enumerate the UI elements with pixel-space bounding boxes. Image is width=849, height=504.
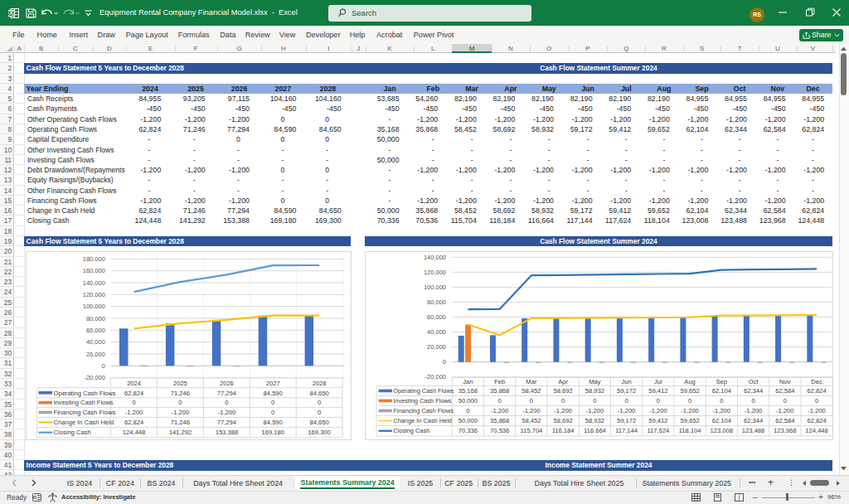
svg-text:180,000: 180,000 xyxy=(83,255,105,263)
svg-text:80,000: 80,000 xyxy=(427,298,446,306)
svg-text:0: 0 xyxy=(318,409,321,416)
svg-text:-1,200: -1,200 xyxy=(649,407,667,414)
svg-text:62,584: 62,584 xyxy=(775,387,794,395)
svg-text:0: 0 xyxy=(442,358,445,366)
svg-text:80,000: 80,000 xyxy=(86,315,105,322)
svg-text:0: 0 xyxy=(271,399,274,406)
svg-text:59,172: 59,172 xyxy=(616,387,635,395)
svg-text:58,692: 58,692 xyxy=(553,417,572,424)
svg-text:0: 0 xyxy=(132,399,135,406)
svg-text:0: 0 xyxy=(593,397,596,405)
svg-text:0: 0 xyxy=(814,397,817,405)
svg-text:117,144: 117,144 xyxy=(615,427,638,434)
svg-text:-1,200: -1,200 xyxy=(125,409,143,416)
svg-text:2027: 2027 xyxy=(266,380,280,387)
svg-text:71,246: 71,246 xyxy=(171,419,190,426)
svg-text:0: 0 xyxy=(102,362,105,370)
svg-text:84,650: 84,650 xyxy=(309,390,328,397)
svg-text:0: 0 xyxy=(656,397,659,405)
svg-text:116,664: 116,664 xyxy=(583,427,605,434)
svg-text:-1,200: -1,200 xyxy=(712,407,730,414)
svg-text:62,344: 62,344 xyxy=(743,387,762,395)
svg-text:Mar: Mar xyxy=(526,378,537,385)
svg-text:120,000: 120,000 xyxy=(423,269,445,276)
svg-text:160,000: 160,000 xyxy=(83,267,105,274)
svg-text:71,246: 71,246 xyxy=(171,390,190,397)
svg-text:Operating Cash Flows: Operating Cash Flows xyxy=(393,387,454,395)
svg-text:62,584: 62,584 xyxy=(775,417,794,424)
svg-text:Feb: Feb xyxy=(494,378,505,385)
svg-text:-1,200: -1,200 xyxy=(490,407,508,414)
svg-text:169,180: 169,180 xyxy=(261,429,284,436)
svg-text:153,388: 153,388 xyxy=(216,429,238,436)
svg-text:Apr: Apr xyxy=(558,378,568,385)
svg-text:124,448: 124,448 xyxy=(805,427,827,434)
svg-text:0: 0 xyxy=(466,407,469,414)
svg-text:Closing Cash: Closing Cash xyxy=(393,427,429,434)
svg-text:50,000: 50,000 xyxy=(458,417,477,424)
svg-text:35,868: 35,868 xyxy=(490,387,509,395)
svg-text:-1,200: -1,200 xyxy=(585,407,604,414)
svg-text:-1,200: -1,200 xyxy=(808,407,826,414)
svg-text:84,590: 84,590 xyxy=(264,419,283,426)
svg-text:84,590: 84,590 xyxy=(264,390,283,397)
svg-text:62,824: 62,824 xyxy=(807,417,826,424)
svg-text:169,300: 169,300 xyxy=(308,429,330,436)
svg-text:115,704: 115,704 xyxy=(520,427,542,434)
svg-text:Jan: Jan xyxy=(463,378,473,385)
svg-text:50,000: 50,000 xyxy=(458,397,477,405)
svg-text:0: 0 xyxy=(497,397,501,405)
svg-text:123,488: 123,488 xyxy=(741,427,764,434)
svg-text:100,000: 100,000 xyxy=(83,303,105,310)
svg-text:118,104: 118,104 xyxy=(678,427,701,434)
svg-text:58,932: 58,932 xyxy=(585,387,604,395)
svg-text:58,692: 58,692 xyxy=(553,387,572,395)
svg-text:124,448: 124,448 xyxy=(123,429,145,436)
svg-text:Change In Cash Held: Change In Cash Held xyxy=(393,417,452,424)
svg-text:62,104: 62,104 xyxy=(711,387,730,395)
svg-text:59,412: 59,412 xyxy=(648,387,667,395)
svg-text:40,000: 40,000 xyxy=(86,338,105,346)
svg-text:X: X xyxy=(9,10,13,16)
svg-text:Financing Cash Flows: Financing Cash Flows xyxy=(54,409,116,416)
svg-text:Investing Cash Flows: Investing Cash Flows xyxy=(54,399,114,406)
svg-text:116,184: 116,184 xyxy=(551,427,574,434)
svg-text:Aug: Aug xyxy=(684,378,696,385)
svg-text:Jul: Jul xyxy=(654,378,662,385)
svg-text:0: 0 xyxy=(271,409,274,416)
svg-text:58,932: 58,932 xyxy=(585,417,604,424)
svg-text:0: 0 xyxy=(720,397,723,405)
svg-text:62,104: 62,104 xyxy=(711,417,730,424)
svg-text:-1,200: -1,200 xyxy=(744,407,762,414)
svg-text:2026: 2026 xyxy=(220,380,234,387)
svg-text:Change In Cash Held: Change In Cash Held xyxy=(54,419,114,426)
svg-text:20,000: 20,000 xyxy=(86,351,105,358)
svg-text:Oct: Oct xyxy=(748,378,759,385)
svg-text:59,172: 59,172 xyxy=(616,417,635,424)
svg-text:0: 0 xyxy=(529,397,532,405)
svg-text:-1,200: -1,200 xyxy=(617,407,635,414)
svg-text:-1,200: -1,200 xyxy=(522,407,541,414)
svg-text:-20,000: -20,000 xyxy=(424,373,445,380)
svg-text:84,650: 84,650 xyxy=(309,419,328,426)
svg-text:60,000: 60,000 xyxy=(427,313,446,321)
svg-text:0: 0 xyxy=(751,397,754,405)
svg-text:Financing Cash Flows: Financing Cash Flows xyxy=(393,407,454,414)
svg-text:62,824: 62,824 xyxy=(124,419,143,426)
svg-text:0: 0 xyxy=(225,399,228,406)
svg-text:59,412: 59,412 xyxy=(648,417,667,424)
svg-text:35,168: 35,168 xyxy=(458,387,477,395)
svg-text:-1,200: -1,200 xyxy=(554,407,572,414)
svg-text:Closing Cash: Closing Cash xyxy=(54,429,91,436)
svg-text:62,344: 62,344 xyxy=(743,417,762,424)
svg-text:59,652: 59,652 xyxy=(680,417,699,424)
svg-text:Investing Cash Flows: Investing Cash Flows xyxy=(393,397,452,405)
svg-text:0: 0 xyxy=(318,399,321,406)
svg-text:May: May xyxy=(589,378,601,385)
svg-text:62,824: 62,824 xyxy=(124,390,143,397)
svg-text:Sep: Sep xyxy=(716,378,727,385)
svg-text:62,824: 62,824 xyxy=(807,387,826,395)
svg-text:Nov: Nov xyxy=(779,378,791,385)
svg-text:70,336: 70,336 xyxy=(458,427,477,434)
svg-text:140,000: 140,000 xyxy=(423,254,445,261)
